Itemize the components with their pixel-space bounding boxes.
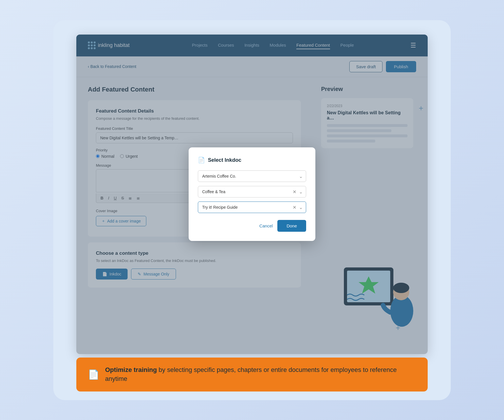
dropdown1-select[interactable]: Artemis Coffee Co. xyxy=(198,170,306,182)
modal-overlay: 📄 Select Inkdoc Artemis Coffee Co. ⌄ Cof xyxy=(76,35,428,354)
banner-bold-text: Optimize training xyxy=(105,366,157,373)
app-window: inkling habitat Projects Courses Insight… xyxy=(76,35,428,354)
dropdown3-wrapper: Try it! Recipe Guide ✕ ⌄ xyxy=(198,202,306,213)
bottom-banner: 📄 Optimize training by selecting specifi… xyxy=(76,358,428,392)
modal-title: Select Inkdoc xyxy=(208,157,241,163)
main-card: inkling habitat Projects Courses Insight… xyxy=(53,20,451,400)
modal-doc-icon: 📄 xyxy=(198,157,205,164)
banner-text: Optimize training by selecting specific … xyxy=(105,366,416,383)
dropdown3-select[interactable]: Try it! Recipe Guide xyxy=(198,202,306,213)
done-button[interactable]: Done xyxy=(277,220,306,232)
dropdown2-select[interactable]: Coffee & Tea xyxy=(198,186,306,197)
modal-header: 📄 Select Inkdoc xyxy=(198,157,306,164)
dropdown1-wrapper: Artemis Coffee Co. ⌄ xyxy=(198,170,306,182)
dropdown2-wrapper: Coffee & Tea ✕ ⌄ xyxy=(198,186,306,197)
dropdown3-clear-icon[interactable]: ✕ xyxy=(293,205,296,210)
dropdown2-clear-icon[interactable]: ✕ xyxy=(293,189,296,195)
select-inkdoc-modal: 📄 Select Inkdoc Artemis Coffee Co. ⌄ Cof xyxy=(189,147,315,241)
banner-icon: 📄 xyxy=(88,369,99,380)
cancel-button[interactable]: Cancel xyxy=(259,223,273,228)
modal-actions: Cancel Done xyxy=(198,220,306,232)
